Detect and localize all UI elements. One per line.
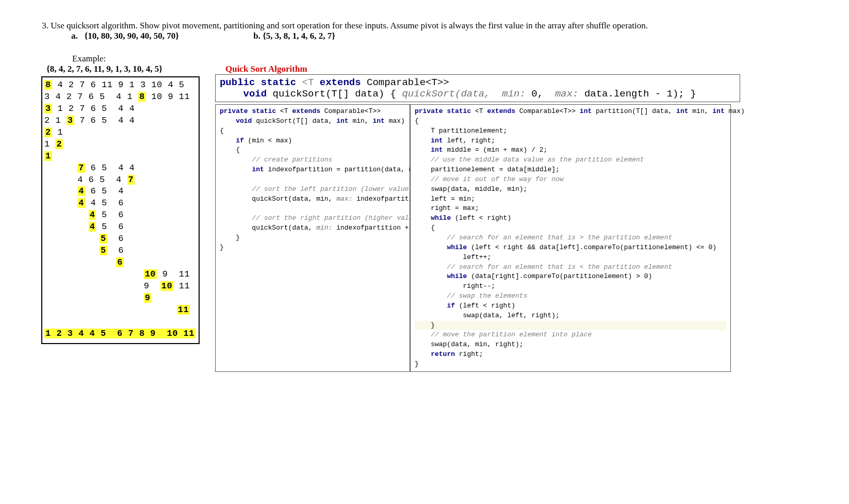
code-right: private static <T extends Comparable<T>>… [410,104,731,372]
trace-box: 8 4 2 7 6 11 9 1 3 10 4 5 3 4 2 7 6 5 4 … [41,76,200,344]
sub-a-set: {10, 80, 30, 90, 40, 50, 70} [85,31,179,41]
example-label: Example: [72,54,818,64]
quick-sort-title: Quick Sort Algorithm [225,64,307,74]
sub-b-set: {5, 3, 8, 1, 4, 6, 2, 7} [263,31,335,41]
code-top: public static <T extends Comparable<T>> … [215,74,740,102]
sub-b-label: b. [253,31,260,41]
code-left: private static <T extends Comparable<T>>… [215,104,410,372]
question-number: 3. [28,21,48,31]
question-block: 3. Use quicksort algorithm. Show pivot m… [52,21,818,41]
question-text: Use quicksort algorithm. Show pivot move… [51,21,648,30]
example-input: {8, 4, 2, 7, 6, 11, 9, 1, 3, 10, 4, 5} [46,64,200,74]
sub-a-label: a. [71,31,78,41]
